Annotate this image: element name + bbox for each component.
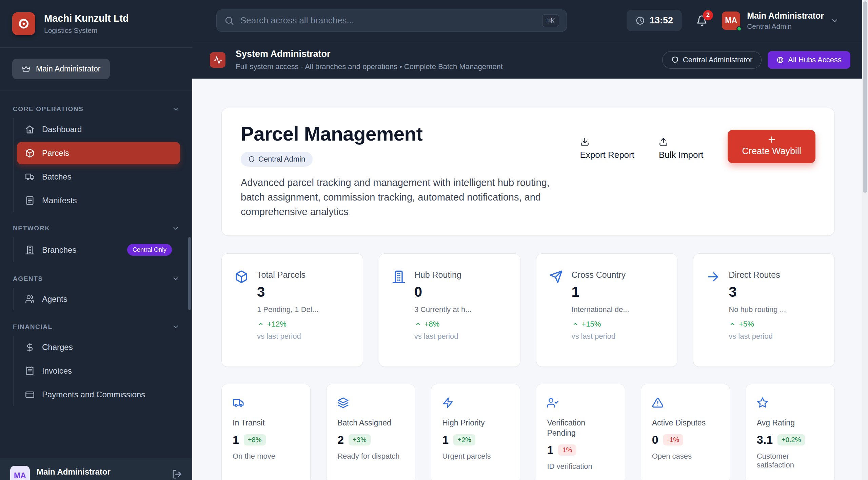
stat-period: vs last period — [414, 332, 472, 341]
company-tagline: Logistics System — [44, 26, 129, 35]
activity-icon-tile — [210, 52, 225, 68]
chevron-down-icon — [172, 105, 179, 113]
stat-subtitle: Ready for dispatch — [337, 452, 404, 461]
section-network[interactable]: NETWORK — [13, 225, 179, 232]
sidebar-item-batches[interactable]: Batches — [17, 166, 180, 188]
user-menu[interactable]: MA Main Administrator Central Admin — [722, 11, 839, 30]
nav-items-agents: Agents — [13, 288, 180, 310]
sidebar-header: Machi Kunzult Ltd Logistics System — [0, 0, 192, 48]
search-shortcut: ⌘K — [542, 14, 559, 27]
create-waybill-button[interactable]: Create Waybill — [728, 130, 815, 163]
stat-title: High Priority — [442, 418, 509, 428]
page-scrollbar-thumb[interactable] — [863, 1, 867, 193]
sidebar-nav: CORE OPERATIONS Dashboard Parcels Batche… — [0, 90, 192, 406]
section-core-operations[interactable]: CORE OPERATIONS — [13, 105, 179, 113]
stat-card-avg-rating: Avg Rating 3.1 +0.2% Customer satisfacti… — [746, 384, 835, 480]
page-scrollbar[interactable] — [862, 0, 868, 480]
stat-card-direct-routes: Direct Routes 3 No hub routing ... +5% v… — [693, 253, 835, 367]
stat-change-pill: 1% — [558, 444, 576, 456]
trend-up-icon — [257, 320, 264, 328]
badge-label: Central Admin — [258, 155, 305, 164]
sidebar-item-payments-commissions[interactable]: Payments and Commissions — [17, 383, 180, 406]
page-title: Parcel Management — [241, 122, 561, 145]
button-label: Create Waybill — [742, 146, 801, 156]
page-header-left: Parcel Management Central Admin Advanced… — [241, 122, 561, 219]
main-area: ⌘K 13:52 2 MA Main Administra — [192, 0, 868, 480]
sidebar-item-charges[interactable]: Charges — [17, 336, 180, 358]
sidebar-item-invoices[interactable]: Invoices — [17, 360, 180, 382]
nav-items-financial: Charges Invoices Payments and Commission… — [13, 336, 180, 406]
search-input[interactable] — [240, 15, 536, 26]
role-button-label: Main Administrator — [36, 64, 100, 74]
sidebar-item-dashboard[interactable]: Dashboard — [17, 118, 180, 141]
star-icon — [757, 397, 768, 409]
sidebar-item-branches[interactable]: Branches Central Only — [17, 237, 180, 262]
user-role: Central Admin — [747, 22, 824, 30]
central-only-badge: Central Only — [127, 244, 172, 256]
company-logo — [12, 12, 35, 35]
page-description: Advanced parcel tracking and management … — [241, 175, 561, 219]
package-icon — [25, 148, 35, 158]
app-window: Machi Kunzult Ltd Logistics System Main … — [0, 0, 868, 480]
banner-title: System Administrator — [236, 49, 503, 59]
avatar: MA — [722, 12, 740, 30]
button-label: Bulk Import — [659, 150, 704, 160]
clock-icon — [635, 16, 645, 25]
stat-change-pill: -1% — [663, 434, 684, 445]
section-financial[interactable]: FINANCIAL — [13, 323, 179, 331]
sidebar-item-agents[interactable]: Agents — [17, 288, 180, 310]
stat-change-pill: +3% — [349, 434, 371, 445]
stat-subtitle: Customer satisfaction — [757, 452, 824, 469]
receipt-icon — [25, 366, 35, 376]
central-admin-badge: Central Admin — [241, 152, 313, 167]
stat-change-pill: +2% — [453, 434, 475, 445]
stat-change-pill: +8% — [244, 434, 266, 445]
alert-triangle-icon — [652, 397, 664, 409]
page-content: Parcel Management Central Admin Advanced… — [192, 79, 868, 480]
nav-item-label: Branches — [42, 245, 76, 255]
truck-icon — [25, 172, 35, 182]
avatar: MA — [10, 466, 30, 480]
sidebar-item-manifests[interactable]: Manifests — [17, 189, 180, 212]
stats-secondary-row: In Transit 1 +8% On the move Batch Assig… — [221, 384, 835, 480]
arrow-right-icon — [706, 270, 720, 284]
notifications-button[interactable]: 2 — [696, 15, 708, 26]
role-button[interactable]: Main Administrator — [12, 59, 110, 79]
sidebar-scrollbar[interactable] — [188, 237, 191, 310]
stat-change-value: +8% — [425, 320, 440, 329]
sidebar-item-parcels[interactable]: Parcels — [17, 142, 180, 164]
stat-subtitle: 1 Pending, 1 Del... — [257, 305, 318, 314]
avatar-initials: MA — [725, 16, 737, 25]
stat-value: 3.1 — [757, 433, 773, 446]
nav-item-label: Manifests — [42, 196, 77, 205]
stat-period: vs last period — [257, 332, 318, 341]
chevron-down-icon — [172, 323, 179, 331]
stat-change-value: +15% — [582, 320, 601, 329]
button-label: Export Report — [580, 150, 634, 160]
plus-icon — [767, 135, 776, 144]
dollar-icon — [25, 342, 35, 352]
globe-icon — [776, 56, 784, 64]
stat-value: 0 — [652, 433, 658, 446]
stat-title: Avg Rating — [757, 418, 824, 428]
banner-subtitle: Full system access - All branches and op… — [236, 62, 503, 71]
all-hubs-access-badge: All Hubs Access — [768, 51, 850, 69]
page-header-card: Parcel Management Central Admin Advanced… — [221, 108, 835, 236]
stat-subtitle: International de... — [572, 305, 629, 314]
nav-item-label: Parcels — [42, 148, 69, 158]
nav-items-network: Branches Central Only — [13, 237, 180, 262]
bulk-import-button[interactable]: Bulk Import — [659, 137, 704, 160]
logout-icon[interactable] — [172, 469, 182, 479]
building-icon — [25, 245, 35, 255]
stat-change-value: +5% — [739, 320, 754, 329]
stat-change: +8% — [414, 320, 472, 329]
stat-change: +5% — [729, 320, 786, 329]
shield-icon — [671, 56, 679, 64]
sidebar: Machi Kunzult Ltd Logistics System Main … — [0, 0, 192, 480]
nav-item-label: Invoices — [42, 366, 72, 376]
stat-subtitle: Urgent parcels — [442, 452, 509, 461]
export-report-button[interactable]: Export Report — [580, 137, 634, 160]
section-agents[interactable]: AGENTS — [13, 275, 179, 283]
notification-badge: 2 — [703, 10, 713, 20]
stat-value: 3 — [729, 284, 786, 300]
